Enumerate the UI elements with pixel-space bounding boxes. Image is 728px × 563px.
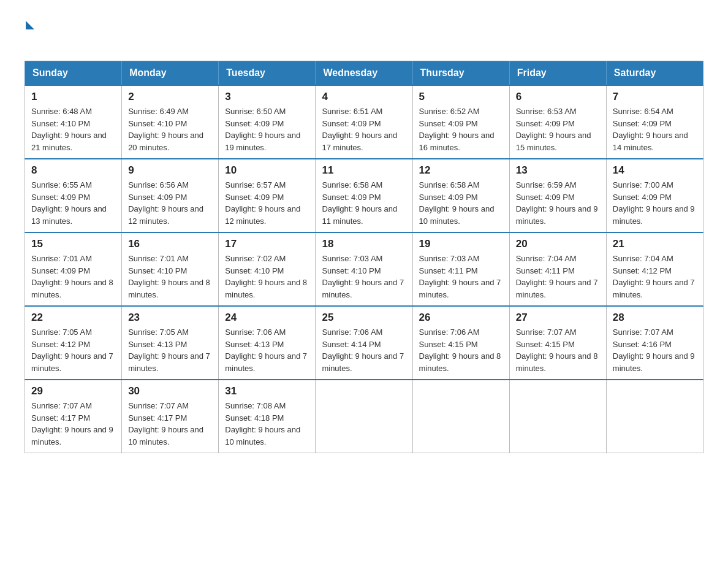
calendar-cell: 14Sunrise: 7:00 AMSunset: 4:09 PMDayligh… bbox=[606, 159, 703, 232]
day-info: Sunrise: 6:53 AMSunset: 4:09 PMDaylight:… bbox=[516, 105, 600, 153]
day-number: 7 bbox=[613, 91, 697, 103]
day-info: Sunrise: 6:58 AMSunset: 4:09 PMDaylight:… bbox=[322, 179, 406, 227]
calendar-cell: 4Sunrise: 6:51 AMSunset: 4:09 PMDaylight… bbox=[316, 85, 412, 159]
day-number: 21 bbox=[613, 238, 697, 250]
day-number: 9 bbox=[128, 164, 212, 177]
calendar-week-row: 15Sunrise: 7:01 AMSunset: 4:09 PMDayligh… bbox=[25, 232, 703, 306]
calendar-header-wednesday: Wednesday bbox=[316, 61, 412, 86]
day-info: Sunrise: 7:04 AMSunset: 4:12 PMDaylight:… bbox=[613, 253, 697, 301]
calendar-cell bbox=[316, 380, 412, 453]
calendar-header-saturday: Saturday bbox=[606, 61, 703, 86]
calendar-cell: 5Sunrise: 6:52 AMSunset: 4:09 PMDaylight… bbox=[412, 85, 509, 159]
day-info: Sunrise: 7:01 AMSunset: 4:09 PMDaylight:… bbox=[31, 253, 115, 301]
day-info: Sunrise: 7:07 AMSunset: 4:17 PMDaylight:… bbox=[128, 400, 212, 448]
calendar-cell: 22Sunrise: 7:05 AMSunset: 4:12 PMDayligh… bbox=[25, 306, 122, 380]
calendar-cell: 28Sunrise: 7:07 AMSunset: 4:16 PMDayligh… bbox=[606, 306, 703, 380]
calendar-cell: 23Sunrise: 7:05 AMSunset: 4:13 PMDayligh… bbox=[122, 306, 219, 380]
day-number: 1 bbox=[31, 91, 115, 103]
day-number: 23 bbox=[128, 312, 212, 324]
calendar-cell: 12Sunrise: 6:58 AMSunset: 4:09 PMDayligh… bbox=[412, 159, 509, 232]
day-number: 8 bbox=[31, 164, 115, 177]
logo-arrow-icon bbox=[26, 21, 34, 29]
day-info: Sunrise: 6:51 AMSunset: 4:09 PMDaylight:… bbox=[322, 105, 406, 153]
calendar-cell: 27Sunrise: 7:07 AMSunset: 4:15 PMDayligh… bbox=[509, 306, 606, 380]
calendar-cell bbox=[606, 380, 703, 453]
day-info: Sunrise: 7:08 AMSunset: 4:18 PMDaylight:… bbox=[225, 400, 309, 448]
calendar-cell: 7Sunrise: 6:54 AMSunset: 4:09 PMDaylight… bbox=[606, 85, 703, 159]
day-number: 31 bbox=[225, 385, 309, 397]
day-number: 6 bbox=[516, 91, 600, 103]
calendar-header-friday: Friday bbox=[509, 61, 606, 86]
calendar-table: SundayMondayTuesdayWednesdayThursdayFrid… bbox=[25, 61, 703, 453]
day-info: Sunrise: 6:50 AMSunset: 4:09 PMDaylight:… bbox=[225, 105, 309, 153]
calendar-cell: 30Sunrise: 7:07 AMSunset: 4:17 PMDayligh… bbox=[122, 380, 219, 453]
day-number: 20 bbox=[516, 238, 600, 250]
day-number: 19 bbox=[419, 238, 503, 250]
day-number: 26 bbox=[419, 312, 503, 324]
day-info: Sunrise: 6:49 AMSunset: 4:10 PMDaylight:… bbox=[128, 105, 212, 153]
day-info: Sunrise: 7:06 AMSunset: 4:14 PMDaylight:… bbox=[322, 326, 406, 374]
calendar-cell: 26Sunrise: 7:06 AMSunset: 4:15 PMDayligh… bbox=[412, 306, 509, 380]
calendar-cell: 8Sunrise: 6:55 AMSunset: 4:09 PMDaylight… bbox=[25, 159, 122, 232]
calendar-cell: 13Sunrise: 6:59 AMSunset: 4:09 PMDayligh… bbox=[509, 159, 606, 232]
day-number: 17 bbox=[225, 238, 309, 250]
logo bbox=[25, 18, 55, 48]
day-number: 16 bbox=[128, 238, 212, 250]
calendar-cell: 6Sunrise: 6:53 AMSunset: 4:09 PMDaylight… bbox=[509, 85, 606, 159]
day-info: Sunrise: 7:05 AMSunset: 4:13 PMDaylight:… bbox=[128, 326, 212, 374]
day-number: 25 bbox=[322, 312, 406, 324]
calendar-cell: 29Sunrise: 7:07 AMSunset: 4:17 PMDayligh… bbox=[25, 380, 122, 453]
day-info: Sunrise: 6:56 AMSunset: 4:09 PMDaylight:… bbox=[128, 179, 212, 227]
day-number: 10 bbox=[225, 164, 309, 177]
day-info: Sunrise: 6:54 AMSunset: 4:09 PMDaylight:… bbox=[613, 105, 697, 153]
day-number: 14 bbox=[613, 164, 697, 177]
calendar-cell: 19Sunrise: 7:03 AMSunset: 4:11 PMDayligh… bbox=[412, 232, 509, 306]
calendar-cell: 3Sunrise: 6:50 AMSunset: 4:09 PMDaylight… bbox=[219, 85, 316, 159]
calendar-cell: 21Sunrise: 7:04 AMSunset: 4:12 PMDayligh… bbox=[606, 232, 703, 306]
calendar-header-monday: Monday bbox=[122, 61, 219, 86]
calendar-header-tuesday: Tuesday bbox=[219, 61, 316, 86]
day-number: 28 bbox=[613, 312, 697, 324]
day-number: 13 bbox=[516, 164, 600, 177]
day-number: 18 bbox=[322, 238, 406, 250]
calendar-cell: 31Sunrise: 7:08 AMSunset: 4:18 PMDayligh… bbox=[219, 380, 316, 453]
day-info: Sunrise: 6:57 AMSunset: 4:09 PMDaylight:… bbox=[225, 179, 309, 227]
calendar-cell: 15Sunrise: 7:01 AMSunset: 4:09 PMDayligh… bbox=[25, 232, 122, 306]
day-info: Sunrise: 7:04 AMSunset: 4:11 PMDaylight:… bbox=[516, 253, 600, 301]
day-info: Sunrise: 7:01 AMSunset: 4:10 PMDaylight:… bbox=[128, 253, 212, 301]
day-number: 30 bbox=[128, 385, 212, 397]
day-number: 22 bbox=[31, 312, 115, 324]
calendar-cell: 25Sunrise: 7:06 AMSunset: 4:14 PMDayligh… bbox=[316, 306, 412, 380]
calendar-cell: 9Sunrise: 6:56 AMSunset: 4:09 PMDaylight… bbox=[122, 159, 219, 232]
calendar-cell: 10Sunrise: 6:57 AMSunset: 4:09 PMDayligh… bbox=[219, 159, 316, 232]
day-info: Sunrise: 6:48 AMSunset: 4:10 PMDaylight:… bbox=[31, 105, 115, 153]
calendar-cell: 2Sunrise: 6:49 AMSunset: 4:10 PMDaylight… bbox=[122, 85, 219, 159]
page-header bbox=[25, 18, 703, 48]
calendar-cell: 11Sunrise: 6:58 AMSunset: 4:09 PMDayligh… bbox=[316, 159, 412, 232]
day-number: 27 bbox=[516, 312, 600, 324]
calendar-week-row: 22Sunrise: 7:05 AMSunset: 4:12 PMDayligh… bbox=[25, 306, 703, 380]
day-info: Sunrise: 7:03 AMSunset: 4:10 PMDaylight:… bbox=[322, 253, 406, 301]
calendar-week-row: 1Sunrise: 6:48 AMSunset: 4:10 PMDaylight… bbox=[25, 85, 703, 159]
day-number: 5 bbox=[419, 91, 503, 103]
day-info: Sunrise: 7:00 AMSunset: 4:09 PMDaylight:… bbox=[613, 179, 697, 227]
day-number: 12 bbox=[419, 164, 503, 177]
calendar-week-row: 8Sunrise: 6:55 AMSunset: 4:09 PMDaylight… bbox=[25, 159, 703, 232]
day-info: Sunrise: 7:07 AMSunset: 4:15 PMDaylight:… bbox=[516, 326, 600, 374]
calendar-header-sunday: Sunday bbox=[25, 61, 122, 86]
day-info: Sunrise: 7:05 AMSunset: 4:12 PMDaylight:… bbox=[31, 326, 115, 374]
day-number: 11 bbox=[322, 164, 406, 177]
day-info: Sunrise: 7:06 AMSunset: 4:15 PMDaylight:… bbox=[419, 326, 503, 374]
day-number: 2 bbox=[128, 91, 212, 103]
day-info: Sunrise: 7:07 AMSunset: 4:17 PMDaylight:… bbox=[31, 400, 115, 448]
day-number: 29 bbox=[31, 385, 115, 397]
calendar-cell bbox=[412, 380, 509, 453]
calendar-cell bbox=[509, 380, 606, 453]
day-info: Sunrise: 6:55 AMSunset: 4:09 PMDaylight:… bbox=[31, 179, 115, 227]
calendar-cell: 18Sunrise: 7:03 AMSunset: 4:10 PMDayligh… bbox=[316, 232, 412, 306]
calendar-header-row: SundayMondayTuesdayWednesdayThursdayFrid… bbox=[25, 61, 703, 86]
calendar-cell: 17Sunrise: 7:02 AMSunset: 4:10 PMDayligh… bbox=[219, 232, 316, 306]
day-number: 24 bbox=[225, 312, 309, 324]
day-number: 4 bbox=[322, 91, 406, 103]
day-info: Sunrise: 6:52 AMSunset: 4:09 PMDaylight:… bbox=[419, 105, 503, 153]
